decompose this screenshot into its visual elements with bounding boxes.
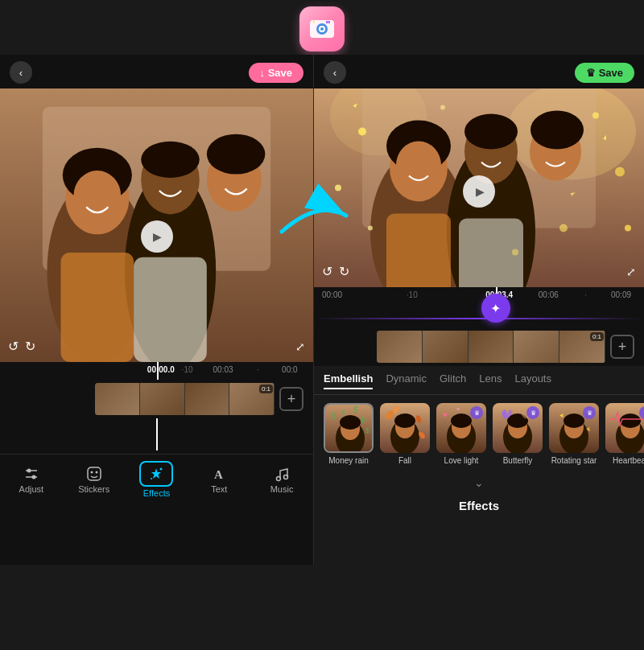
left-bottom-toolbar: Adjust Stickers <box>0 454 313 506</box>
effect-fall[interactable]: Fall <box>380 403 430 465</box>
svg-point-55 <box>440 105 445 110</box>
toolbar-music[interactable]: Music <box>258 465 306 494</box>
svg-rect-20 <box>134 257 207 362</box>
left-timeline-ruler: 00:00.0 ·10 00:03 · 00:0 <box>0 362 313 380</box>
svg-point-56 <box>512 249 518 256</box>
svg-point-60 <box>340 415 361 430</box>
effect-fall-thumb <box>380 403 430 453</box>
svg-point-45 <box>530 111 584 150</box>
effect-money-rain[interactable]: $ $ $ $ $ Money rain <box>324 403 374 465</box>
svg-point-22 <box>27 469 31 473</box>
left-save-button[interactable]: ↓ Save <box>249 63 303 83</box>
right-video-strip[interactable]: 0:1 <box>377 331 605 363</box>
stickers-icon <box>85 465 103 483</box>
left-video-preview: ↺ ↻ ▶ ⤢ <box>0 88 313 362</box>
chevron-down-container[interactable]: ⌄ <box>314 473 644 492</box>
effect-butterfly-pro: ♛ <box>526 406 539 419</box>
svg-point-13 <box>73 171 121 221</box>
effects-grid: $ $ $ $ $ Money rain <box>314 395 644 473</box>
svg-rect-25 <box>88 467 101 480</box>
phone-left: ‹ ↓ Save <box>0 55 314 565</box>
right-family-photo: ↺ ↻ ▶ ⤢ <box>314 88 644 287</box>
effect-heartbeat[interactable]: ♛ Heartbeat <box>605 403 644 465</box>
effect-butterfly[interactable]: ♛ Butterfly <box>493 403 543 465</box>
svg-point-48 <box>358 128 366 136</box>
svg-text:$: $ <box>365 426 369 434</box>
effects-title: Effects <box>314 492 644 519</box>
svg-point-77 <box>451 413 472 428</box>
adjust-icon <box>23 465 40 483</box>
app-icon <box>299 6 345 51</box>
left-video-strip[interactable]: 0:1 <box>95 383 275 415</box>
right-timeline-ruler: 00:00 ·10 00:03.4 00:06 · 00:09 <box>314 287 644 305</box>
effects-icon <box>147 465 165 483</box>
svg-point-5 <box>328 22 329 23</box>
svg-text:♥: ♥ <box>443 410 448 419</box>
toolbar-stickers[interactable]: Stickers <box>70 465 118 494</box>
svg-text:$: $ <box>341 409 345 416</box>
svg-point-32 <box>284 475 288 479</box>
svg-point-92 <box>620 413 641 428</box>
right-sparkle-row: ✦ <box>314 305 644 327</box>
app-icon-container <box>299 0 345 51</box>
toolbar-effects[interactable]: Effects <box>132 461 180 498</box>
right-topbar: ‹ ♛ Save <box>314 55 644 88</box>
svg-point-28 <box>160 468 163 471</box>
right-play-button[interactable]: ▶ <box>463 175 495 208</box>
effects-panel: Embellish Dynamic Glitch Lens Layouts <box>314 366 644 565</box>
effect-love-light[interactable]: ♥ ♥ ♥ ♛ Love light <box>436 403 486 465</box>
tab-glitch[interactable]: Glitch <box>440 372 466 389</box>
svg-point-51 <box>335 185 341 191</box>
chevron-down-icon: ⌄ <box>474 476 484 489</box>
effects-tabs: Embellish Dynamic Glitch Lens Layouts <box>314 366 644 395</box>
right-save-button[interactable]: ♛ Save <box>575 63 634 83</box>
left-current-time: 00:00.0 <box>147 365 175 374</box>
effect-heartbeat-label: Heartbeat <box>613 456 644 465</box>
right-effect-bar <box>314 318 644 319</box>
left-family-photo: ↺ ↻ ▶ ⤢ <box>0 88 313 362</box>
toolbar-effects-label: Effects <box>143 488 170 498</box>
left-add-track-button[interactable]: + <box>279 387 303 411</box>
left-expand-button[interactable]: ⤢ <box>295 339 305 354</box>
tab-layouts[interactable]: Layouts <box>514 372 551 389</box>
effect-love-light-pro: ♛ <box>470 406 483 419</box>
svg-rect-46 <box>386 214 451 288</box>
left-undo-redo: ↺ ↻ <box>8 339 35 354</box>
toolbar-text-label: Text <box>211 484 227 494</box>
effect-butterfly-label: Butterfly <box>503 456 533 465</box>
effect-rotating-star-pro: ♛ <box>583 406 596 419</box>
tab-embellish[interactable]: Embellish <box>324 372 373 389</box>
phones-wrapper: ‹ ↓ Save <box>0 55 644 565</box>
effect-rotating-star[interactable]: ♛ Rotating star <box>549 403 599 465</box>
effect-fall-label: Fall <box>398 456 411 465</box>
svg-point-27 <box>95 471 97 474</box>
left-back-button[interactable]: ‹ <box>10 61 32 84</box>
left-timeline-track: 0:1 + <box>0 380 313 418</box>
svg-text:$: $ <box>332 412 336 421</box>
svg-point-69 <box>394 413 415 428</box>
svg-text:$: $ <box>361 416 365 424</box>
svg-point-49 <box>592 113 599 119</box>
svg-point-52 <box>559 224 568 232</box>
right-expand-button[interactable]: ⤢ <box>626 265 636 279</box>
tab-lens[interactable]: Lens <box>479 372 502 389</box>
effect-money-rain-label: Money rain <box>328 456 368 465</box>
music-icon <box>273 465 291 483</box>
svg-point-53 <box>368 226 373 231</box>
left-play-button[interactable]: ▶ <box>141 220 173 253</box>
svg-point-43 <box>464 114 518 150</box>
left-timeline-cursor <box>157 362 159 380</box>
effect-rotating-star-label: Rotating star <box>551 456 597 465</box>
effect-butterfly-thumb: ♛ <box>493 403 543 453</box>
toolbar-text[interactable]: A Text <box>195 465 243 494</box>
right-add-track-button[interactable]: + <box>610 335 634 359</box>
left-timeline-line <box>156 418 158 450</box>
toolbar-adjust[interactable]: Adjust <box>7 465 56 494</box>
text-icon: A <box>210 465 228 483</box>
svg-rect-19 <box>61 253 134 362</box>
tab-dynamic[interactable]: Dynamic <box>386 372 427 389</box>
right-undo-redo: ↺ ↻ <box>322 264 349 279</box>
svg-text:♥: ♥ <box>456 406 460 412</box>
right-back-button[interactable]: ‹ <box>324 61 346 84</box>
right-sparkle-button[interactable]: ✦ <box>481 294 510 323</box>
